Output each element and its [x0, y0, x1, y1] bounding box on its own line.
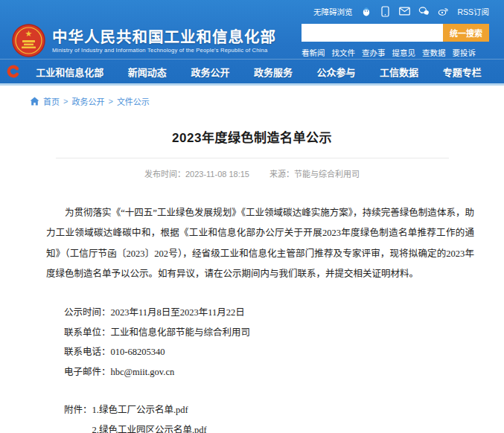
quick-link-services[interactable]: 查办事 [362, 47, 386, 58]
search-input[interactable] [302, 24, 443, 42]
mail-icon[interactable] [399, 6, 410, 17]
quick-link-news[interactable]: 看新闻 [302, 47, 325, 58]
wechat-icon[interactable] [418, 6, 430, 17]
nav-item-participation[interactable]: 公众参与 [317, 65, 356, 79]
quick-links: 看新闻 找文件 查办事 提意见 查数据 要投诉 [302, 47, 489, 58]
header-right: 统一搜索 看新闻 找文件 查办事 提意见 查数据 要投诉 [302, 24, 489, 58]
miit-gear-icon [6, 64, 21, 79]
contact-email: 电子邮件：hbc@miit.gov.cn [64, 362, 504, 382]
nav-items: 工业和信息化部 新闻动态 政务公开 政务服务 公众参与 工信数据 专题专栏 [24, 65, 494, 79]
article-source: 来源：节能与综合利用司 [269, 170, 360, 179]
search-button[interactable]: 统一搜索 [443, 24, 489, 42]
site-subtitle: Ministry of Industry and Information Tec… [52, 47, 276, 54]
attachment-list: 1.绿色工厂公示名单.pdf 2.绿色工业园区公示名单.pdf 3.绿色供应链管… [92, 400, 235, 433]
quick-link-complaint[interactable]: 要投诉 [453, 47, 476, 58]
accessibility-link[interactable]: 无障碍浏览 [313, 6, 353, 17]
svg-text:★: ★ [25, 29, 33, 38]
page-title: 2023年度绿色制造名单公示 [0, 127, 504, 146]
article-meta: 发布时间：2023-11-08 18:15 来源：节能与综合利用司 [0, 167, 504, 179]
attachment-green-industrial-park-pdf[interactable]: 2.绿色工业园区公示名单.pdf [92, 420, 235, 433]
contact-unit: 联系单位：工业和信息化部节能与综合利用司 [64, 323, 504, 343]
article-paragraph: 为贯彻落实《“十四五”工业绿色发展规划》《工业领域碳达峰实施方案》，持续完善绿色… [46, 203, 474, 284]
contact-phone: 联系电话：010-68205340 [64, 342, 504, 362]
nav-item-services[interactable]: 政务服务 [254, 65, 293, 79]
nav-item-home[interactable]: 工业和信息化部 [36, 65, 103, 79]
search-bar: 统一搜索 [302, 24, 489, 42]
quick-link-data[interactable]: 查数据 [422, 47, 446, 58]
rss-link[interactable]: RSS订阅 [457, 6, 489, 17]
attachment-green-factory-pdf[interactable]: 1.绿色工厂公示名单.pdf [92, 400, 235, 420]
attachments: 附件： 1.绿色工厂公示名单.pdf 2.绿色工业园区公示名单.pdf 3.绿色… [64, 400, 504, 433]
breadcrumb-file-publicity[interactable]: 文件公示 [117, 95, 150, 107]
brand-text: 中华人民共和国工业和信息化部 Ministry of Industry and … [52, 28, 276, 54]
breadcrumb-separator: > [63, 97, 68, 106]
nav-item-topics[interactable]: 专题专栏 [443, 65, 482, 79]
topbar: 无障碍浏览 RSS订阅 [0, 0, 504, 22]
nav-item-data[interactable]: 工信数据 [380, 65, 418, 79]
miit-announcement-page: { "topbar": { "accessibility": "无障碍浏览", … [0, 0, 504, 433]
site-header: ★ 中华人民共和国工业和信息化部 Ministry of Industry an… [0, 22, 504, 59]
quick-link-feedback[interactable]: 提意见 [392, 47, 416, 58]
nav-item-news[interactable]: 新闻动态 [128, 65, 167, 79]
phone-icon[interactable] [380, 6, 391, 17]
publish-time: 发布时间：2023-11-08 18:15 [144, 170, 249, 179]
breadcrumb-disclosure[interactable]: 政务公开 [71, 95, 104, 107]
breadcrumb: 首页 > 政务公开 > 文件公示 [0, 86, 504, 115]
site-title: 中华人民共和国工业和信息化部 [52, 28, 276, 47]
breadcrumb-home[interactable]: 首页 [43, 95, 60, 107]
nav-item-disclosure[interactable]: 政务公开 [191, 65, 229, 79]
qq-icon[interactable] [360, 6, 371, 17]
breadcrumb-separator: > [108, 97, 112, 106]
site-brand[interactable]: ★ 中华人民共和国工业和信息化部 Ministry of Industry an… [12, 24, 276, 57]
home-icon[interactable] [30, 97, 39, 106]
publicity-period: 公示时间：2023年11月8日至2023年11月22日 [64, 303, 504, 323]
contact-block: 公示时间：2023年11月8日至2023年11月22日 联系单位：工业和信息化部… [64, 303, 504, 382]
weibo-icon[interactable] [438, 6, 449, 17]
national-emblem-icon: ★ [12, 24, 45, 57]
title-divider [56, 158, 449, 158]
masthead: 无障碍浏览 RSS订阅 ★ 中华人 [0, 0, 504, 86]
main-nav: 工业和信息化部 新闻动态 政务公开 政务服务 公众参与 工信数据 专题专栏 [0, 59, 504, 83]
quick-link-files[interactable]: 找文件 [332, 47, 356, 58]
attachments-label: 附件： [64, 400, 92, 420]
